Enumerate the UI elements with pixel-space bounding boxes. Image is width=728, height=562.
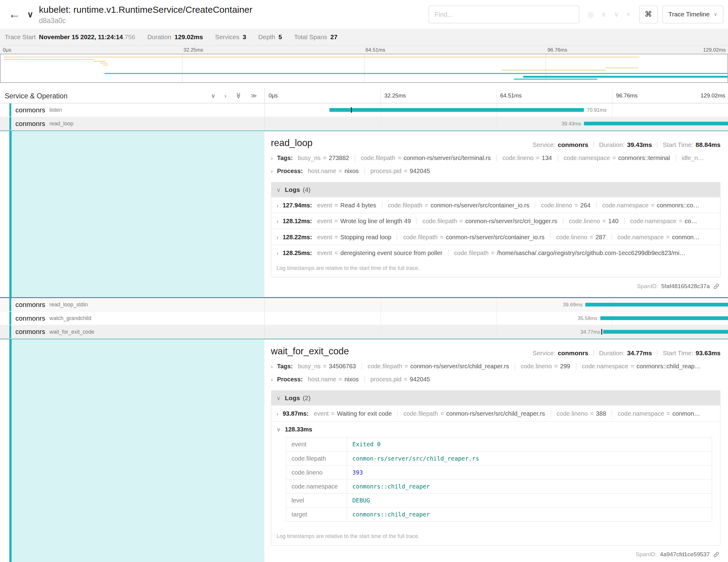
detail-left-gutter (0, 131, 264, 297)
chevron-down-icon: ∨ (277, 186, 281, 193)
log-kv: code.filepath=conmon-rs/server/src/conta… (382, 202, 529, 209)
minimap-span-segment (514, 79, 597, 80)
minimap-tick-labels: 0μs 32.25ms 64.51ms 96.76ms 129.02ms (0, 46, 728, 54)
log-entry[interactable]: › 127.94ms: event=Read 4 bytes code.file… (271, 197, 720, 213)
span-row-read-loop-stdin[interactable]: conmonrs read_loop_stdin 39.69ms (0, 298, 728, 312)
view-selector-button[interactable]: Trace Timeline ∨ (662, 5, 723, 23)
find-input[interactable] (428, 5, 579, 23)
minimap-span-segment (3, 56, 640, 57)
logs-note: Log timestamps are relative to the start… (271, 261, 720, 277)
service-color-strip (9, 131, 12, 297)
span-row-read-loop[interactable]: conmonrs read_loop 39.43ms (0, 117, 728, 131)
chevron-right-icon: › (271, 155, 273, 161)
detail-meta: Service:conmonrs Duration:34.77ms Start … (532, 349, 720, 356)
expand-all-icon[interactable]: ≫ (235, 93, 242, 99)
log-kv: event=Waiting for exit code (314, 410, 392, 417)
keyboard-shortcuts-button[interactable]: ⌘ (639, 5, 658, 23)
log-kv: event=Read 4 bytes (317, 202, 376, 209)
locate-icon[interactable]: ◎ (587, 10, 594, 19)
find-prev-icon[interactable]: ∧ (601, 10, 606, 19)
span-bar[interactable] (585, 303, 728, 306)
top-bar: ← ∨ kubelet: runtime.v1.RuntimeService/C… (0, 0, 728, 29)
span-name-cell[interactable]: conmonrs read_loop_stdin (0, 298, 264, 311)
span-bar[interactable] (603, 330, 728, 334)
logs-header[interactable]: ∨ Logs (2) (271, 391, 720, 405)
span-timeline-cell[interactable]: 35.58ms (264, 312, 728, 325)
log-entry-expanded[interactable]: ∨ 128.33ms eventExited 0 code.filepathco… (271, 421, 720, 529)
service-color-strip (9, 339, 12, 562)
log-entry[interactable]: › 128.22ms: event=Stopping read loop cod… (271, 229, 720, 245)
minimap-span-segment (100, 63, 107, 64)
span-rows: conmonrs listen 70.91ms conmonrs read_lo… (0, 104, 728, 562)
logs-header[interactable]: ∨ Logs (4) (271, 182, 720, 197)
table-row: code.namespaceconmonrs::child_reaper (286, 479, 712, 493)
span-name-cell[interactable]: conmonrs read_loop (0, 117, 264, 130)
span-bar-tick (351, 107, 352, 113)
operation-name: read_loop_stdin (49, 302, 88, 307)
tag-kv: code.lineno=134 (496, 155, 552, 162)
detail-highlight (12, 339, 264, 562)
span-duration-label: 39.43ms (561, 121, 581, 126)
span-name-cell[interactable]: conmonrs wait_for_exit_code (0, 325, 264, 338)
expand-one-icon[interactable]: › (224, 92, 226, 99)
span-row-listen[interactable]: conmonrs listen 70.91ms (0, 104, 728, 117)
log-kv: code.filepath=/home/sascha/.cargo/regist… (448, 249, 685, 256)
find-controls: ◎ ∧ ∨ × (587, 10, 631, 19)
link-icon[interactable] (713, 283, 720, 290)
service-color-strip (9, 298, 11, 311)
service-name: conmonrs (15, 106, 45, 114)
service-color-strip (9, 312, 11, 325)
log-kv: code.namespace=conmonrs::co… (596, 202, 699, 209)
span-duration-label: 39.69ms (563, 302, 583, 307)
span-row-watch-grandchild[interactable]: conmonrs watch_grandchild 35.58ms (0, 312, 728, 325)
tag-kv: busy_ns=273882 (298, 155, 349, 162)
page-title: kubelet: runtime.v1.RuntimeService/Creat… (39, 4, 252, 15)
span-row-wait-for-exit-code[interactable]: conmonrs wait_for_exit_code 34.77ms (0, 325, 728, 339)
log-kv: code.filepath=conmon-rs/server/src/child… (397, 410, 545, 417)
service-operation-header: Service & Operation ∨ › ≫ ≫ (0, 88, 264, 103)
minimap-span-segment (605, 67, 639, 68)
tag-kv: busy_ns=34506763 (298, 363, 356, 370)
tags-row[interactable]: › Tags: busy_ns=273882 code.filepath=con… (271, 155, 720, 162)
log-entry-header[interactable]: ∨ 128.33ms (277, 426, 715, 433)
trace-header-collapse-icon[interactable]: ∨ (27, 9, 39, 19)
span-detail-wait-for-exit-code: wait_for_exit_code Service:conmonrs Dura… (0, 339, 728, 562)
process-kv: host.name=nixos (308, 168, 359, 175)
span-name-cell[interactable]: conmonrs listen (0, 104, 264, 117)
span-bar[interactable] (584, 122, 728, 125)
divider (657, 350, 658, 356)
span-name-cell[interactable]: conmonrs watch_grandchild (0, 312, 264, 325)
find-next-icon[interactable]: ∨ (614, 10, 619, 19)
span-timeline-cell[interactable]: 39.43ms (264, 117, 728, 130)
span-timeline-cell[interactable]: 39.69ms (264, 298, 728, 311)
minimap-canvas[interactable] (0, 54, 728, 83)
process-row[interactable]: › Process: host.name=nixos process.pid=9… (271, 376, 720, 383)
process-row[interactable]: › Process: host.name=nixos process.pid=9… (271, 168, 720, 175)
span-timeline-cell[interactable]: 70.91ms (264, 104, 728, 117)
detail-left-gutter (0, 339, 264, 562)
log-entry[interactable]: › 93.87ms: event=Waiting for exit code c… (271, 405, 720, 421)
chevron-right-icon: › (271, 363, 273, 370)
tag-kv: code.namespace=conmonrs::terminal (558, 155, 670, 162)
tags-row[interactable]: › Tags: busy_ns=34506763 code.filepath=c… (271, 363, 720, 370)
log-kv: code.filepath=conmon-rs/server/src/cri_l… (417, 218, 557, 225)
trace-summary-bar: Trace StartNovember 15 2022, 11:24:14.75… (0, 29, 728, 46)
link-icon[interactable] (713, 551, 720, 558)
span-bar[interactable] (329, 108, 584, 112)
collapse-one-icon[interactable]: ∨ (211, 92, 216, 99)
logs-section: ∨ Logs (2) › 93.87ms: event=Waiting for … (271, 390, 720, 546)
detail-title: wait_for_exit_code (271, 346, 349, 356)
log-entry[interactable]: › 128.25ms: event=deregistering event so… (271, 245, 720, 261)
span-bar[interactable] (600, 316, 728, 320)
back-button[interactable]: ← (5, 7, 27, 22)
trace-minimap: 0μs 32.25ms 64.51ms 96.76ms 129.02ms (0, 46, 728, 83)
tag-kv: code.lineno=299 (515, 363, 570, 370)
summary-duration: Duration129.02ms (147, 34, 203, 41)
timeline-ruler: 0μs 32.25ms 64.51ms 96.76ms 129.02ms (264, 88, 728, 103)
span-timeline-cell[interactable]: 34.77ms (264, 325, 728, 338)
log-entry[interactable]: › 128.12ms: event=Wrote log line of leng… (271, 213, 720, 229)
logs-section: ∨ Logs (4) › 127.94ms: event=Read 4 byte… (271, 182, 720, 278)
collapse-all-icon[interactable]: ≫ (250, 92, 257, 99)
find-clear-icon[interactable]: × (626, 10, 631, 19)
log-kv: code.namespace=conmon… (611, 233, 700, 240)
